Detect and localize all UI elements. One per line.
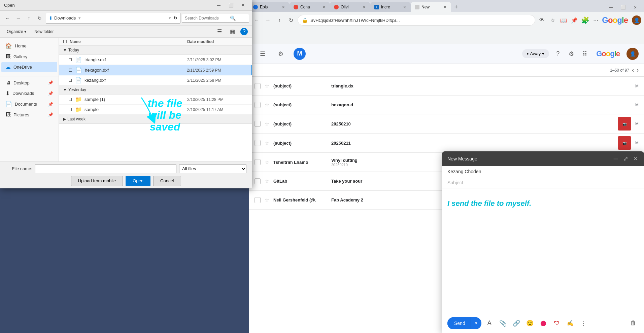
group-header-today[interactable]: ▼ Today [59,46,252,55]
file-check-hexagon[interactable]: ☐ [69,68,75,73]
sidebar-item-pictures[interactable]: 🖼 Pictures 📌 [1,110,57,120]
reader-mode-icon[interactable]: 📖 [559,15,568,25]
sidebar-item-gallery[interactable]: 🖼 Gallery [1,51,57,62]
emoji-icon[interactable]: 🙂 [524,318,535,329]
tab-close-cona[interactable]: × [322,4,326,10]
tab-new[interactable]: New × [411,2,451,12]
help-icon[interactable]: ? [553,49,563,59]
header-date[interactable]: Date modified [187,39,248,44]
file-check-triangle[interactable]: ☐ [68,58,75,62]
email-row-2[interactable]: ☆ (subject) hexagon.d M [249,96,644,114]
gmail-menu-icon[interactable]: ☰ [255,46,271,62]
email-checkbox-2[interactable] [255,102,261,108]
help-button[interactable]: ? [240,28,248,35]
group-header-lastweek[interactable]: ▶ Last week [59,115,252,124]
color-icon[interactable]: ⬤ [538,318,549,329]
email-star-gitlab[interactable]: ☆ [265,178,269,184]
email-checkbox-gitlab[interactable] [255,178,261,184]
view-list-button[interactable]: ☰ [214,27,225,36]
file-check-sample[interactable]: ☐ [68,107,75,112]
format-text-icon[interactable]: A [484,318,495,329]
tab-olivi[interactable]: Olivi × [330,2,370,12]
sidebar-item-downloads[interactable]: ⬇ Downloads 📌 [1,88,57,99]
select-all-checkbox[interactable]: ☐ [63,39,70,44]
file-item-hexagon[interactable]: ☐ 📄 hexagon.dxf 2/11/2025 2:59 PM [59,65,252,75]
prev-page-button[interactable]: ‹ [632,67,634,74]
more-icon[interactable]: ⋯ [591,15,601,25]
upload-from-mobile-button[interactable]: Upload from mobile [71,176,123,186]
search-input[interactable] [185,16,229,21]
email-checkbox-3[interactable] [255,121,261,127]
tab-cona[interactable]: Cona × [290,2,330,12]
window-minimize-btn[interactable]: ─ [606,3,616,12]
email-checkbox-1[interactable] [255,83,261,89]
email-star-neil[interactable]: ☆ [265,197,269,203]
window-close-btn[interactable]: × [631,3,640,12]
address-input[interactable]: 🔒 SvHCjsjdBzfHswrhhXlnJTWrcFNmjfkHDlfqS.… [298,15,535,26]
profile-avatar[interactable]: 👤 [632,15,641,25]
settings-sliders-icon[interactable]: ⚙ [275,48,287,60]
email-star-4[interactable]: ☆ [265,140,269,146]
dialog-forward-btn[interactable]: → [13,13,23,23]
sidebar-item-home[interactable]: 🏠 Home [1,41,57,51]
organize-button[interactable]: Organize ▾ [4,28,29,35]
settings-icon[interactable]: ⚙ [567,49,576,59]
email-star-tsheltrim[interactable]: ☆ [265,159,269,165]
email-row-3[interactable]: ☆ (subject) 20250210 📷 M [249,114,644,134]
breadcrumb[interactable]: ⬇ Downloads ▾ ▾ ↻ [46,13,180,24]
view-toggle-button[interactable]: ▦ [227,27,238,36]
delete-compose-icon[interactable]: 🗑 [628,318,639,329]
dialog-back-btn[interactable]: ← [3,13,12,23]
insert-link-icon[interactable]: 🔗 [511,318,522,329]
extensions-icon[interactable]: 🧩 [580,15,590,25]
forward-button[interactable]: → [263,15,273,25]
send-button-group[interactable]: Send ▾ [447,317,481,329]
search-box[interactable]: 🔍 [182,14,249,23]
back-button[interactable]: ← [252,15,261,25]
email-star-3[interactable]: ☆ [265,121,269,127]
collections-icon[interactable]: 📌 [570,15,579,25]
next-page-button[interactable]: › [637,67,639,74]
compose-to-field[interactable]: Kezang Choden [442,166,644,177]
file-check-kezang[interactable]: ☐ [68,78,75,83]
file-item-kezang[interactable]: ☐ 📄 kezang.dxf 2/11/2025 2:58 PM [59,75,252,85]
dialog-refresh-btn[interactable]: ↻ [35,13,44,23]
send-dropdown-button[interactable]: ▾ [471,317,481,329]
dialog-close-btn[interactable]: × [238,1,248,10]
tab-close-olivi[interactable]: × [362,4,366,10]
email-checkbox-tsheltrim[interactable] [255,159,261,165]
new-folder-button[interactable]: New folder [32,28,56,35]
open-button[interactable]: Open [126,176,150,186]
sidebar-item-documents[interactable]: 📄 Documents 📌 [1,99,57,109]
compose-close-btn[interactable]: × [632,154,639,164]
dialog-maximize-btn[interactable]: ⬜ [226,1,236,10]
header-name[interactable]: Name [70,39,187,44]
email-row-4[interactable]: ☆ (subject) 20250211_ 📷 M [249,134,644,153]
tab-incre[interactable]: i Incre × [370,2,411,12]
eye-icon[interactable]: 👁 [537,15,547,25]
send-button[interactable]: Send [447,317,471,329]
gmail-profile-avatar[interactable]: 👤 [626,48,639,60]
dialog-up-btn[interactable]: ↑ [24,13,34,23]
cancel-button[interactable]: Cancel [153,176,181,186]
file-item-sample[interactable]: ☐ 📁 sample 2/10/2025 11:17 AM [59,105,252,115]
file-item-triangle[interactable]: ☐ 📄 triangle.dxf 2/11/2025 3:02 PM [59,55,252,65]
apps-icon[interactable]: ⠿ [580,49,589,59]
away-button[interactable]: ● Away ▾ [522,49,549,58]
email-row-1[interactable]: ☆ (subject) triangle.dx M [249,77,644,96]
file-item-sample1[interactable]: ☐ 📁 sample (1) 2/10/2025 11:28 PM [59,95,252,105]
email-checkbox-neil[interactable] [255,197,261,203]
dialog-minimize-btn[interactable]: ─ [214,1,224,10]
compose-minimize-btn[interactable]: ─ [612,154,619,164]
filetype-select[interactable]: All files [179,164,246,173]
shield-icon[interactable]: 🛡 [551,318,562,329]
signature-icon[interactable]: ✍ [565,318,576,329]
star-icon[interactable]: ☆ [548,15,557,25]
attach-file-icon[interactable]: 📎 [498,318,508,329]
group-header-yesterday[interactable]: ▼ Yesterday [59,85,252,95]
sidebar-item-desktop[interactable]: 🖥 Desktop 📌 [1,78,57,88]
compose-expand-btn[interactable]: ⤢ [622,154,630,164]
email-star-1[interactable]: ☆ [265,83,269,89]
tab-epis[interactable]: Epis × [249,2,290,12]
email-checkbox-4[interactable] [255,140,261,146]
